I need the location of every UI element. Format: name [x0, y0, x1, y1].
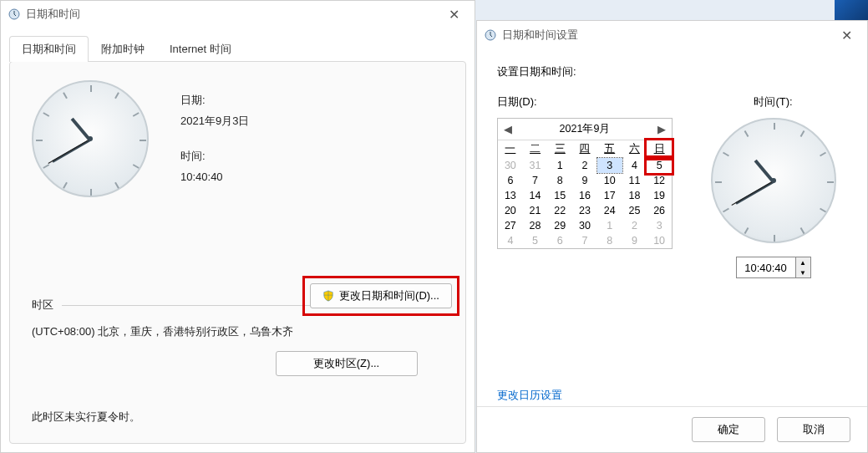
calendar-day[interactable]: 30 [498, 158, 523, 173]
red-highlight-change-datetime: 更改日期和时间(D)... [302, 276, 459, 316]
calendar-day[interactable]: 12 [647, 173, 672, 188]
calendar-dow: 一 [498, 140, 523, 158]
calendar-day[interactable]: 16 [572, 188, 597, 203]
tab-internet-time[interactable]: Internet 时间 [157, 36, 244, 62]
close-icon[interactable]: ✕ [440, 3, 468, 26]
date-value: 2021年9月3日 [180, 111, 249, 132]
tab-page: 日期: 2021年9月3日 时间: 10:40:40 更改日期和时间(D)...… [9, 61, 466, 444]
calendar-day[interactable]: 10 [597, 173, 622, 188]
calendar-day[interactable]: 7 [523, 173, 548, 188]
datetime-settings-dialog: 日期和时间设置 ✕ 设置日期和时间: 日期(D): ◀ 2021年9月 ▶ 一二… [476, 20, 868, 453]
calendar-dow: 二 [523, 140, 548, 158]
calendar-day[interactable]: 17 [597, 188, 622, 203]
calendar-day[interactable]: 20 [498, 203, 523, 218]
dialog-title: 日期和时间设置 [502, 28, 578, 43]
calendar-day[interactable]: 11 [622, 173, 647, 188]
calendar-day[interactable]: 7 [572, 233, 597, 248]
analog-clock [32, 80, 149, 197]
titlebar[interactable]: 日期和时间设置 ✕ [477, 21, 867, 49]
calendar-month-title: 2021年9月 [513, 122, 657, 136]
calendar-day[interactable]: 22 [547, 203, 572, 218]
calendar-day[interactable]: 5 [523, 233, 548, 248]
uac-shield-icon [322, 290, 334, 302]
change-calendar-settings-link[interactable]: 更改日历设置 [497, 388, 562, 403]
calendar-day[interactable]: 29 [547, 218, 572, 233]
calendar-day[interactable]: 19 [647, 188, 672, 203]
calendar-day[interactable]: 8 [547, 173, 572, 188]
cancel-button[interactable]: 取消 [777, 417, 850, 442]
time-picker-label: 时间(T): [699, 94, 847, 109]
calendar-day[interactable]: 14 [523, 188, 548, 203]
calendar-dow: 日 [647, 140, 672, 158]
calendar-dow: 六 [622, 140, 647, 158]
time-label: 时间: [180, 146, 249, 167]
calendar-dow: 五 [597, 140, 622, 158]
spin-up-icon[interactable]: ▲ [796, 257, 810, 267]
calendar-day[interactable]: 5 [647, 158, 672, 173]
ok-button[interactable]: 确定 [692, 417, 765, 442]
ok-button-label: 确定 [718, 422, 739, 437]
calendar-day[interactable]: 30 [572, 218, 597, 233]
calendar-dow: 四 [572, 140, 597, 158]
calendar-day[interactable]: 9 [572, 173, 597, 188]
tabs: 日期和时间 附加时钟 Internet 时间 [1, 28, 475, 62]
datetime-dialog: 日期和时间 ✕ 日期和时间 附加时钟 Internet 时间 日期: 2021年… [0, 0, 475, 453]
time-value: 10:40:40 [180, 167, 249, 188]
change-timezone-button[interactable]: 更改时区(Z)... [276, 351, 418, 376]
tab-datetime[interactable]: 日期和时间 [9, 36, 89, 62]
change-datetime-button[interactable]: 更改日期和时间(D)... [310, 283, 452, 308]
dialog-title: 日期和时间 [26, 7, 80, 22]
time-spinner[interactable]: ▲ ▼ [736, 257, 811, 278]
calendar-day[interactable]: 26 [647, 203, 672, 218]
calendar-day[interactable]: 1 [547, 158, 572, 173]
calendar-day[interactable]: 13 [498, 188, 523, 203]
tab-additional-clocks[interactable]: 附加时钟 [89, 36, 157, 62]
timezone-heading: 时区 [32, 298, 53, 313]
date-label: 日期: [180, 90, 249, 111]
close-icon[interactable]: ✕ [833, 24, 860, 47]
calendar-day[interactable]: 3 [647, 218, 672, 233]
calendar-day[interactable]: 2 [622, 218, 647, 233]
calendar-dow: 三 [547, 140, 572, 158]
calendar-day[interactable]: 1 [597, 218, 622, 233]
analog-clock [711, 118, 836, 243]
calendar-day[interactable]: 10 [647, 233, 672, 248]
titlebar[interactable]: 日期和时间 ✕ [1, 1, 475, 28]
calendar-day[interactable]: 21 [523, 203, 548, 218]
calendar-day[interactable]: 4 [622, 158, 647, 173]
change-timezone-button-label: 更改时区(Z)... [313, 356, 379, 371]
calendar-day[interactable]: 25 [622, 203, 647, 218]
calendar-day[interactable]: 31 [523, 158, 548, 173]
clock-admin-icon [8, 8, 21, 21]
calendar-day[interactable]: 24 [597, 203, 622, 218]
calendar-day[interactable]: 28 [523, 218, 548, 233]
date-picker-label: 日期(D): [497, 94, 673, 109]
spin-down-icon[interactable]: ▼ [796, 267, 810, 277]
calendar-day[interactable]: 6 [498, 173, 523, 188]
calendar-day[interactable]: 9 [622, 233, 647, 248]
calendar-day[interactable]: 4 [498, 233, 523, 248]
change-datetime-button-label: 更改日期和时间(D)... [339, 288, 439, 303]
prev-month-icon[interactable]: ◀ [503, 123, 513, 135]
next-month-icon[interactable]: ▶ [657, 123, 667, 135]
set-datetime-heading: 设置日期和时间: [497, 64, 847, 79]
dst-note: 此时区未实行夏令时。 [32, 410, 444, 425]
calendar-day[interactable]: 27 [498, 218, 523, 233]
clock-admin-icon [484, 28, 497, 42]
cancel-button-label: 取消 [803, 422, 825, 437]
calendar-day[interactable]: 18 [622, 188, 647, 203]
calendar-day[interactable]: 3 [597, 158, 622, 173]
calendar-day[interactable]: 6 [547, 233, 572, 248]
calendar-day[interactable]: 2 [572, 158, 597, 173]
calendar-day[interactable]: 8 [597, 233, 622, 248]
calendar[interactable]: ◀ 2021年9月 ▶ 一二三四五六日303112345678910111213… [497, 118, 673, 249]
time-input[interactable] [737, 257, 795, 277]
timezone-value: (UTC+08:00) 北京，重庆，香港特别行政区，乌鲁木齐 [32, 324, 444, 339]
calendar-day[interactable]: 15 [547, 188, 572, 203]
calendar-day[interactable]: 23 [572, 203, 597, 218]
desktop-sliver [835, 0, 868, 20]
